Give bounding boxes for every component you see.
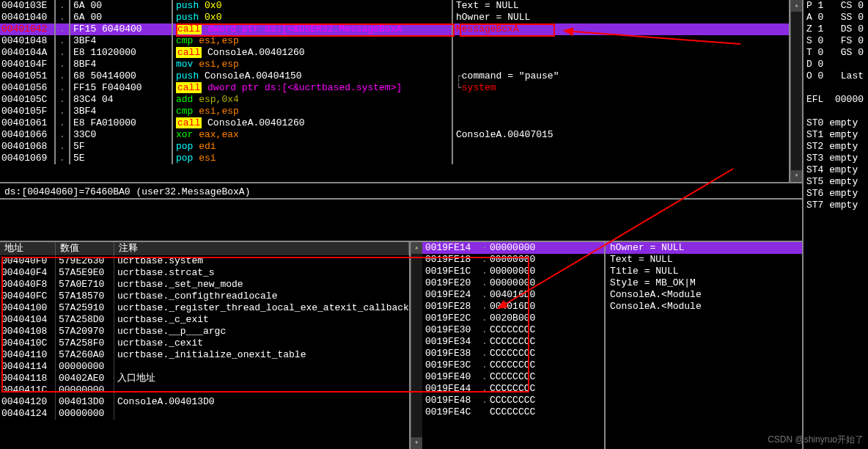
- register-row: A 0 SS 0: [806, 12, 868, 23]
- disasm-row[interactable]: 00401068.5Fpop edi: [0, 141, 789, 153]
- register-row: T 0 GS 0: [806, 47, 868, 59]
- stack-comment-row: Text = NULL: [606, 254, 802, 266]
- register-row: ST0 empty: [806, 117, 868, 129]
- stack-row[interactable]: 0019FE44.CCCCCCCC: [422, 383, 604, 395]
- stack-comments: hOwner = NULLText = NULLTitle = NULLStyl…: [606, 242, 802, 449]
- dump-row[interactable]: 004040FC57A18570ucrtbase._configthreadlo…: [0, 291, 409, 302]
- register-row: P 1 CS 0: [806, 0, 868, 12]
- register-row: D 0: [806, 59, 868, 70]
- register-row: S 0 FS 0: [806, 35, 868, 47]
- disasm-scrollbar[interactable]: ▴ ▾: [790, 0, 802, 182]
- disasm-row[interactable]: 00401069.5Epop esi: [0, 153, 789, 164]
- stack-comment-row: hOwner = NULL: [606, 242, 802, 254]
- register-row: [806, 106, 868, 117]
- disasm-row[interactable]: 00401040.6A 00push 0x0hOwner = NULL: [0, 12, 789, 23]
- stack-row[interactable]: 0019FE18.00000000: [422, 254, 604, 266]
- register-row: EFL 00000: [806, 94, 868, 106]
- dump-row[interactable]: 0040411C00000000: [0, 384, 409, 396]
- stack-row[interactable]: 0019FE28.004016D0: [422, 301, 604, 313]
- stack-comment-row: ConsoleA.<Module: [606, 301, 802, 313]
- dump-row[interactable]: 004040F457A5E9E0ucrtbase.strcat_s: [0, 267, 409, 279]
- stack-row[interactable]: 0019FE1C.00000000: [422, 266, 604, 277]
- disasm-row[interactable]: 00401042.FF15 6040400call dword ptr ds:[…: [0, 23, 789, 35]
- scroll-down-icon[interactable]: ▾: [791, 170, 802, 182]
- register-row: ST1 empty: [806, 129, 868, 141]
- dump-row[interactable]: 00404120004013D0ConsoleA.004013D0: [0, 396, 409, 408]
- stack-row[interactable]: 0019FE4C CCCCCCCC: [422, 406, 604, 418]
- stack-row[interactable]: 0019FE34.CCCCCCCC: [422, 336, 604, 348]
- disassembly-panel[interactable]: 0040103E.6A 00push 0x0Text = NULL0040104…: [0, 0, 802, 182]
- register-row: ST2 empty: [806, 141, 868, 153]
- disasm-row[interactable]: 00401048.3BF4cmp esi,esp: [0, 35, 789, 47]
- disasm-row[interactable]: 0040105F.3BF4cmp esi,esp: [0, 106, 789, 117]
- register-row: O 0 Last: [806, 70, 868, 82]
- disasm-row[interactable]: 0040104A.E8 11020000call ConsoleA.004012…: [0, 47, 789, 59]
- dump-scrollbar[interactable]: ▴ ▾: [411, 242, 422, 449]
- dump-row[interactable]: 004040F857A0E710ucrtbase._set_new_mode: [0, 279, 409, 291]
- stack-row[interactable]: 0019FE14·00000000: [422, 242, 604, 254]
- dump-header: 地址 数值 注释: [0, 242, 409, 255]
- disasm-row[interactable]: 00401056.FF15 F040400call dword ptr ds:[…: [0, 82, 789, 94]
- disasm-row[interactable]: 00401066.33C0xor eax,eaxConsoleA.0040701…: [0, 129, 789, 141]
- dump-row[interactable]: 004040F0579E2630ucrtbase.system: [0, 255, 409, 267]
- dump-row[interactable]: 0040410C57A258F0ucrtbase._cexit: [0, 337, 409, 349]
- register-row: ST4 empty: [806, 164, 868, 176]
- register-row: Z 1 DS 0: [806, 23, 868, 35]
- stack-comment-row: Style = MB_OK|M: [606, 277, 802, 289]
- register-row: [806, 82, 868, 94]
- stack-panel[interactable]: 0019FE14·000000000019FE18.000000000019FE…: [422, 242, 606, 449]
- register-row: ST6 empty: [806, 188, 868, 200]
- disasm-row[interactable]: 0040103E.6A 00push 0x0Text = NULL: [0, 0, 789, 12]
- stack-row[interactable]: 0019FE48.CCCCCCCC: [422, 395, 604, 406]
- disasm-row[interactable]: 00401061.E8 FA010000call ConsoleA.004012…: [0, 117, 789, 129]
- info-line: ds:[00404060]=76460BA0 (user32.MessageBo…: [0, 182, 802, 200]
- dump-row[interactable]: 0040411057A260A0ucrtbase._initialize_one…: [0, 349, 409, 361]
- stack-row[interactable]: 0019FE2C.0020B000: [422, 313, 604, 324]
- disasm-row[interactable]: 00401051.68 50414000push ConsoleA.004041…: [0, 70, 789, 82]
- dump-row[interactable]: 0040412400000000: [0, 408, 409, 420]
- dump-row[interactable]: 0040410857A20970ucrtbase.__p___argc: [0, 326, 409, 337]
- stack-row[interactable]: 0019FE20.00000000: [422, 277, 604, 289]
- register-row: ST5 empty: [806, 176, 868, 188]
- stack-comment-row: Title = NULL: [606, 266, 802, 277]
- stack-comment-row: ConsoleA.<Module: [606, 289, 802, 301]
- stack-row[interactable]: 0019FE3C.CCCCCCCC: [422, 359, 604, 371]
- disasm-row[interactable]: 0040105C.83C4 04add esp,0x4: [0, 94, 789, 106]
- dump-row[interactable]: 0040411800402AE0入口地址: [0, 373, 409, 384]
- dump-row[interactable]: 0040411400000000: [0, 361, 409, 373]
- memory-dump-panel[interactable]: 地址 数值 注释 004040F0579E2630ucrtbase.system…: [0, 242, 411, 449]
- watermark: CSDN @shinyruo开始了: [768, 434, 864, 446]
- register-row: ST7 empty: [806, 200, 868, 211]
- register-row: ST3 empty: [806, 153, 868, 164]
- disasm-row[interactable]: 0040104F.8BF4mov esi,esp: [0, 59, 789, 70]
- scroll-up-icon[interactable]: ▴: [411, 242, 422, 254]
- dump-row[interactable]: 0040410057A25910ucrtbase._register_threa…: [0, 302, 409, 314]
- stack-row[interactable]: 0019FE38.CCCCCCCC: [422, 348, 604, 359]
- scroll-up-icon[interactable]: ▴: [791, 0, 802, 12]
- stack-row[interactable]: 0019FE24.004016D0: [422, 289, 604, 301]
- dump-row[interactable]: 0040410457A258D0ucrtbase._c_exit: [0, 314, 409, 326]
- registers-panel: P 1 CS 0A 0 SS 0Z 1 DS 0S 0 FS 0T 0 GS 0…: [802, 0, 868, 449]
- stack-row[interactable]: 0019FE30.CCCCCCCC: [422, 324, 604, 336]
- scroll-down-icon[interactable]: ▾: [411, 437, 422, 449]
- stack-row[interactable]: 0019FE40.CCCCCCCC: [422, 371, 604, 383]
